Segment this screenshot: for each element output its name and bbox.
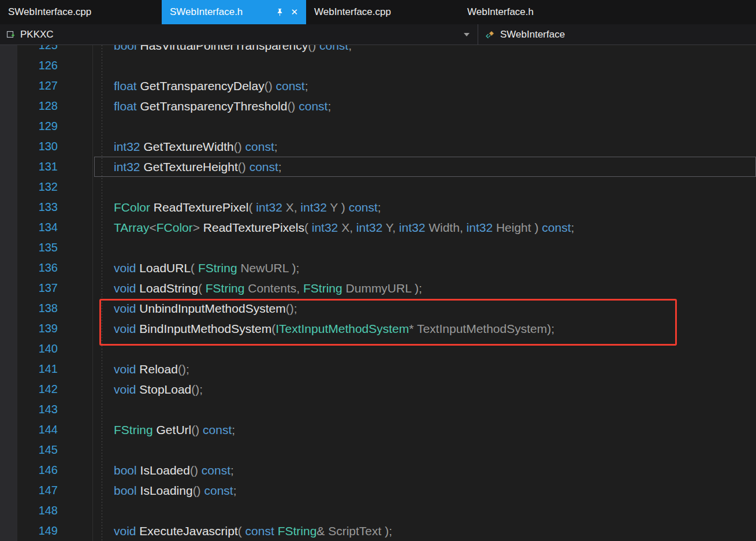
line-number[interactable]: 137 [17, 278, 58, 298]
code-text: void StopLoad(); [114, 379, 203, 399]
project-dropdown[interactable]: PKKXC [0, 24, 478, 45]
line-number[interactable]: 143 [17, 399, 58, 420]
code-line[interactable]: 139void BindInputMethodSystem(ITextInput… [0, 318, 756, 339]
line-number[interactable]: 132 [17, 177, 58, 197]
navigation-bar: PKKXC SWebInterface [0, 24, 756, 45]
line-number[interactable]: 146 [17, 460, 58, 480]
line-number[interactable]: 134 [17, 217, 58, 238]
code-line[interactable]: 134TArray<FColor> ReadTexturePixels( int… [0, 217, 756, 238]
line-number[interactable]: 147 [17, 480, 58, 501]
line-number[interactable]: 131 [17, 157, 58, 177]
code-line[interactable]: 136void LoadURL( FString NewURL ); [0, 258, 756, 278]
code-line[interactable]: 148 [0, 501, 756, 521]
code-line[interactable]: 149void ExecuteJavascript( const FString… [0, 521, 756, 541]
code-text: TArray<FColor> ReadTexturePixels( int32 … [114, 217, 574, 238]
tab-webinterface-h[interactable]: WebInterface.h [459, 0, 604, 24]
line-number[interactable]: 130 [17, 136, 58, 157]
code-text: int32 GetTextureWidth() const; [114, 136, 278, 157]
code-line[interactable]: 126 [0, 55, 756, 76]
code-editor[interactable]: 125bool HasVirtualPointerTransparency() … [0, 45, 756, 541]
code-line[interactable]: 129 [0, 116, 756, 136]
code-line[interactable]: 138void UnbindInputMethodSystem(); [0, 298, 756, 318]
close-icon[interactable]: ✕ [291, 7, 298, 17]
tab-webinterface-cpp[interactable]: WebInterface.cpp [306, 0, 459, 24]
project-icon [6, 30, 15, 39]
line-number[interactable]: 149 [17, 521, 58, 541]
line-number[interactable]: 133 [17, 197, 58, 217]
code-line[interactable]: 144FString GetUrl() const; [0, 420, 756, 440]
code-text: bool IsLoaded() const; [114, 460, 234, 480]
code-line[interactable]: 147bool IsLoading() const; [0, 480, 756, 501]
project-name: PKKXC [20, 29, 54, 40]
code-line[interactable]: 146bool IsLoaded() const; [0, 460, 756, 480]
code-text: void UnbindInputMethodSystem(); [114, 298, 297, 318]
code-text: float GetTransparencyDelay() const; [114, 76, 308, 96]
code-text: FString GetUrl() const; [114, 420, 235, 440]
code-line[interactable]: 143 [0, 399, 756, 420]
line-number[interactable]: 128 [17, 96, 58, 116]
line-number[interactable]: 125 [17, 45, 58, 55]
code-text: void LoadURL( FString NewURL ); [114, 258, 299, 278]
code-line[interactable]: 125bool HasVirtualPointerTransparency() … [0, 45, 756, 55]
code-text: bool HasVirtualPointerTransparency() con… [114, 45, 352, 55]
code-text: int32 GetTextureHeight() const; [114, 157, 282, 177]
tab-label: SWebInterface.h [170, 6, 243, 18]
code-line[interactable]: 141void Reload(); [0, 359, 756, 379]
tab-label: WebInterface.h [467, 6, 534, 18]
code-line[interactable]: 128float GetTransparencyThreshold() cons… [0, 96, 756, 116]
code-line[interactable]: 133FColor ReadTexturePixel( int32 X, int… [0, 197, 756, 217]
code-text: float GetTransparencyThreshold() const; [114, 96, 331, 116]
scope-name: SWebInterface [500, 29, 565, 40]
tab-swebinterface-h[interactable]: SWebInterface.h ✕ [162, 0, 306, 24]
tab-bar: SWebInterface.cpp SWebInterface.h ✕ WebI… [0, 0, 756, 24]
line-number[interactable]: 135 [17, 238, 58, 258]
line-number[interactable]: 129 [17, 116, 58, 136]
code-line[interactable]: 131int32 GetTextureHeight() const; [0, 157, 756, 177]
code-text: bool IsLoading() const; [114, 480, 237, 501]
code-text: void ExecuteJavascript( const FString& S… [114, 521, 392, 541]
code-line[interactable]: 132 [0, 177, 756, 197]
tab-label: WebInterface.cpp [314, 6, 391, 18]
tab-label: SWebInterface.cpp [8, 6, 91, 18]
line-number[interactable]: 145 [17, 440, 58, 460]
code-text: void LoadString( FString Contents, FStri… [114, 278, 422, 298]
class-icon [485, 29, 495, 39]
line-number[interactable]: 140 [17, 339, 58, 359]
line-number[interactable]: 138 [17, 298, 58, 318]
code-line[interactable]: 135 [0, 238, 756, 258]
code-line[interactable]: 130int32 GetTextureWidth() const; [0, 136, 756, 157]
code-line[interactable]: 142void StopLoad(); [0, 379, 756, 399]
line-number[interactable]: 144 [17, 420, 58, 440]
pin-icon[interactable] [276, 8, 284, 16]
tab-swebinterface-cpp[interactable]: SWebInterface.cpp [0, 0, 162, 24]
line-number[interactable]: 142 [17, 379, 58, 399]
chevron-down-icon [464, 33, 470, 36]
code-line[interactable]: 127float GetTransparencyDelay() const; [0, 76, 756, 96]
code-lines: 125bool HasVirtualPointerTransparency() … [0, 45, 756, 541]
code-text: FColor ReadTexturePixel( int32 X, int32 … [114, 197, 381, 217]
line-number[interactable]: 148 [17, 501, 58, 521]
code-line[interactable]: 140 [0, 339, 756, 359]
line-number[interactable]: 141 [17, 359, 58, 379]
line-number[interactable]: 139 [17, 318, 58, 339]
line-number[interactable]: 127 [17, 76, 58, 96]
code-text: void BindInputMethodSystem(ITextInputMet… [114, 318, 554, 339]
code-line[interactable]: 137void LoadString( FString Contents, FS… [0, 278, 756, 298]
code-line[interactable]: 145 [0, 440, 756, 460]
line-number[interactable]: 126 [17, 55, 58, 76]
code-text: void Reload(); [114, 359, 189, 379]
line-number[interactable]: 136 [17, 258, 58, 278]
scope-dropdown[interactable]: SWebInterface [478, 24, 756, 45]
